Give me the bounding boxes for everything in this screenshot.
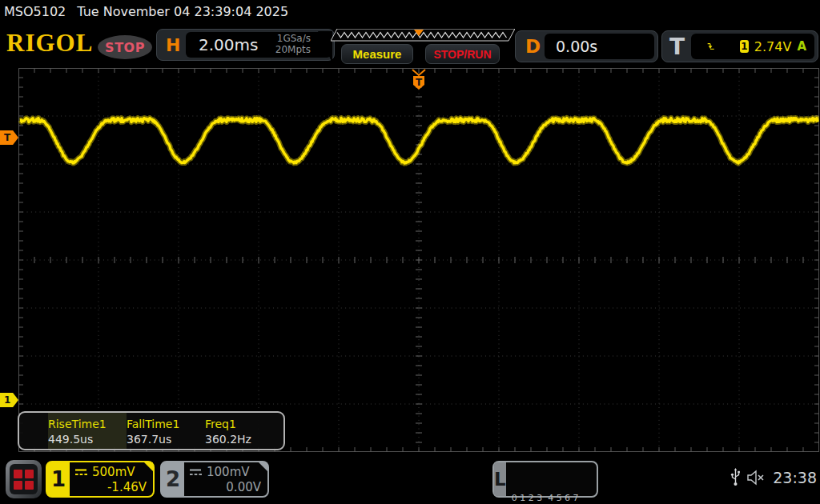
rigol-logo: RIGOL (6, 29, 93, 58)
clock-text: 23:38 (773, 469, 817, 486)
oscilloscope-screen: MSO5102Tue November 04 23:39:04 2025 RIG… (0, 0, 820, 504)
sample-rate: 1GSa/s (275, 34, 311, 45)
system-tray: 23:38 (730, 467, 817, 487)
logic-channels-status[interactable]: L 0 1 2 3 4 5 6 7 8 9 10 11 12 13 14 15 (492, 461, 598, 498)
menu-grid-icon (10, 464, 38, 494)
corner-fold (144, 462, 153, 471)
memory-depth: 20Mpts (275, 45, 311, 56)
channel-2-scale: 100mV (207, 465, 250, 479)
datetime-text: Tue November 04 23:39:04 2025 (77, 4, 288, 19)
trigger-level-marker[interactable]: T (0, 130, 18, 145)
channel-1-number: 1 (47, 462, 70, 496)
channel-1-scale: 500mV (92, 465, 135, 479)
logic-label: L (494, 462, 506, 496)
delay-value: 0.00s (545, 38, 597, 55)
delay-panel[interactable]: D 0.00s (515, 30, 658, 62)
logic-row-0-7: 0 1 2 3 4 5 6 7 (512, 492, 601, 504)
measurement-results-box: RiseTime1 449.5us FallTime1 367.7us Freq… (18, 411, 285, 450)
horizontal-timebase-panel[interactable]: H 2.00ms 1GSa/s 20Mpts (156, 29, 335, 61)
trigger-mode: A (797, 39, 806, 54)
horizontal-label: H (166, 30, 180, 60)
dc-coupling-icon (189, 468, 203, 477)
delay-label: D (525, 31, 541, 62)
channel-1-status[interactable]: 1 500mV -1.46V (46, 461, 155, 498)
dc-coupling-icon (74, 468, 88, 477)
trigger-level-value: 2.74V (754, 39, 792, 54)
svg-text:T: T (416, 77, 423, 88)
usb-icon[interactable] (730, 467, 741, 487)
graticule-svg: T (18, 68, 819, 452)
falling-edge-icon (707, 40, 715, 53)
menu-grid-button[interactable] (6, 460, 42, 498)
corner-fold (259, 462, 267, 471)
measure-button[interactable]: Measure (341, 44, 413, 64)
trigger-source-badge: 1 (740, 40, 749, 53)
model-name: MSO5102 (4, 4, 66, 19)
channel-1-offset: -1.46V (74, 480, 148, 494)
trigger-panel[interactable]: T 1 2.74V A (661, 30, 818, 62)
memory-preview-strip[interactable] (331, 29, 515, 42)
acquisition-status-badge: STOP (98, 35, 152, 59)
measurement-falltime[interactable]: FallTime1 367.7us (127, 413, 205, 449)
trigger-label: T (669, 31, 685, 62)
measurement-freq[interactable]: Freq1 360.2Hz (205, 413, 283, 449)
stop-run-button[interactable]: STOP/RUN (425, 44, 500, 64)
waveform-display: T (18, 68, 819, 452)
channel-2-number: 2 (162, 462, 184, 496)
timebase-value: 2.00ms (186, 35, 258, 54)
channel-2-offset: 0.00V (189, 480, 263, 494)
speaker-muted-icon[interactable] (747, 470, 766, 486)
status-bar: MSO5102Tue November 04 23:39:04 2025 (4, 4, 288, 19)
ch1-ground-marker[interactable]: 1 (0, 393, 18, 407)
measurement-risetime[interactable]: RiseTime1 449.5us (48, 413, 127, 449)
channel-2-status[interactable]: 2 100mV 0.00V (160, 461, 269, 498)
